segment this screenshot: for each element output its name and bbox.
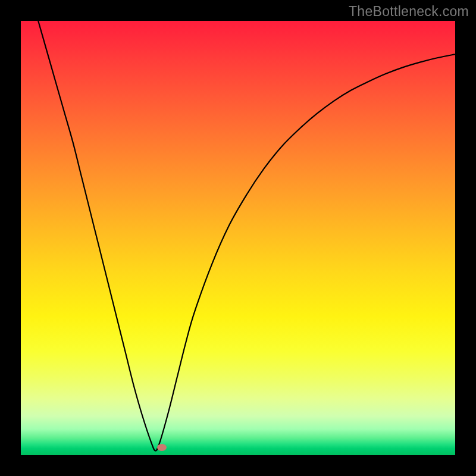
watermark-text: TheBottleneck.com — [349, 4, 469, 20]
chart-frame: TheBottleneck.com — [0, 0, 476, 476]
bottleneck-curve — [38, 21, 455, 451]
notch-marker — [157, 444, 167, 451]
curve-svg — [21, 21, 455, 455]
